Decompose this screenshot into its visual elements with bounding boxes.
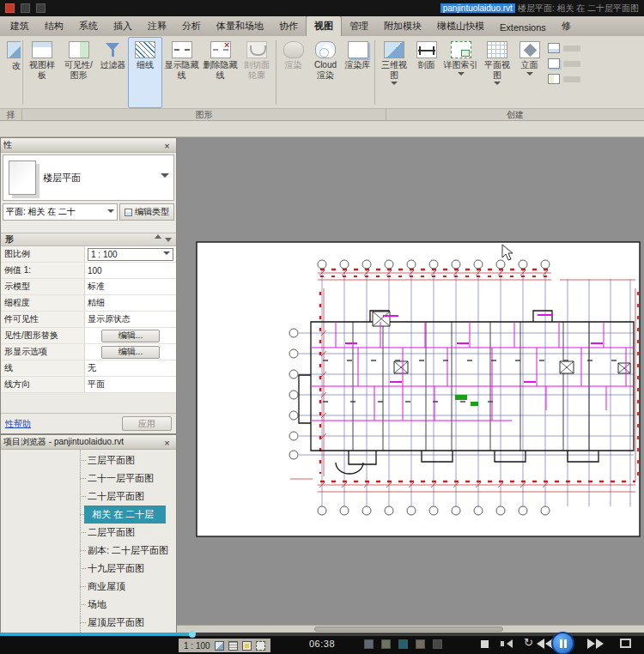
tree-item[interactable]: 商业屋顶 xyxy=(1,578,176,596)
scale-combo[interactable]: 1 : 100 xyxy=(88,248,173,261)
crop-region-icon[interactable] xyxy=(381,639,391,649)
thin-lines-button[interactable]: 细线 xyxy=(128,37,162,108)
show-hidden-lines-button[interactable]: 显示隐藏线 xyxy=(162,37,201,108)
tab-addins[interactable]: 附加模块 xyxy=(376,16,429,36)
tab-analyze[interactable]: 分析 xyxy=(174,16,209,36)
video-progress-track[interactable] xyxy=(0,633,644,636)
scale-indicator[interactable]: 1 : 100 xyxy=(184,641,210,651)
tree-item[interactable]: 二十一层平面图 xyxy=(1,469,176,487)
close-icon[interactable]: × xyxy=(161,437,173,448)
fast-forward-button[interactable] xyxy=(587,639,604,649)
graphics-panel-label[interactable]: 图形 xyxy=(22,109,386,120)
property-value[interactable]: 无 xyxy=(85,360,176,376)
tree-item[interactable]: 副本: 二十层平面图 xyxy=(1,542,176,560)
video-progress-handle[interactable] xyxy=(189,631,196,638)
elevation-button[interactable]: 立面 xyxy=(514,37,544,108)
property-value[interactable]: 平面 xyxy=(85,377,176,392)
type-selector[interactable]: 楼层平面 xyxy=(3,154,174,201)
fullscreen-icon[interactable] xyxy=(620,639,631,648)
tree-item[interactable]: 二层平面图 xyxy=(1,524,176,542)
modify-button-clipped[interactable]: 改 xyxy=(0,37,21,108)
tree-item-selected[interactable]: 相关 在 二十层 xyxy=(1,506,176,524)
view-template-button[interactable]: 视图样板 xyxy=(25,37,59,108)
property-value[interactable]: 精细 xyxy=(85,295,176,311)
render-gallery-button[interactable]: 渲染库 xyxy=(343,37,373,108)
crop-view-icon[interactable] xyxy=(256,641,265,651)
detail-level-icon[interactable] xyxy=(228,641,238,651)
sun-path-icon[interactable] xyxy=(242,641,252,651)
edit-button[interactable]: 编辑... xyxy=(101,330,160,342)
graphics-group-header[interactable]: 形 xyxy=(1,233,176,246)
tab-insert[interactable]: 插入 xyxy=(106,16,140,36)
app-logo-icon xyxy=(5,3,15,13)
ribbon-panel-labels: 择 图形 创建 xyxy=(0,108,644,121)
view-template-icon xyxy=(32,41,52,58)
3d-view-button[interactable]: 三维视图 xyxy=(377,37,411,108)
tree-item[interactable]: 屋顶层平面图 xyxy=(1,614,176,632)
visibility-graphics-button[interactable]: 可见性/图形 xyxy=(59,37,98,108)
view-name: 楼层平面: 相关 在 二十层平面图 xyxy=(515,3,639,15)
floor-plan-type-icon xyxy=(9,160,36,195)
window-icon[interactable] xyxy=(36,3,46,13)
duplicate-view-button[interactable] xyxy=(544,58,586,70)
analysis-display-icon[interactable] xyxy=(433,639,442,649)
chevron-down-icon[interactable] xyxy=(165,238,172,245)
pause-button[interactable] xyxy=(551,632,574,654)
chevron-up-icon[interactable] xyxy=(155,233,161,239)
tree-item[interactable]: 场地 xyxy=(1,596,176,614)
tab-manage[interactable]: 管理 xyxy=(342,16,376,36)
remove-hidden-lines-button[interactable]: 删除隐藏线 xyxy=(201,37,240,108)
property-row-display-options: 形显示选项 编辑... xyxy=(1,344,176,360)
volume-icon[interactable] xyxy=(501,639,513,648)
drafting-view-button[interactable] xyxy=(544,42,586,54)
drawing-area[interactable] xyxy=(177,137,644,625)
floor-plan-drawing[interactable] xyxy=(177,137,644,625)
chevron-down-icon[interactable] xyxy=(161,173,169,182)
create-panel-label[interactable]: 创建 xyxy=(386,109,644,120)
reveal-hidden-icon[interactable] xyxy=(416,639,425,649)
show-hidden-lines-icon xyxy=(172,41,192,58)
tree-item[interactable]: 三层平面图 xyxy=(1,451,176,469)
properties-help-link[interactable]: 性帮助 xyxy=(5,418,31,430)
tab-massing-site[interactable]: 体量和场地 xyxy=(209,16,271,36)
section-button[interactable]: 剖面 xyxy=(411,37,441,108)
close-icon[interactable]: × xyxy=(161,140,173,151)
tab-systems[interactable]: 系统 xyxy=(71,16,106,36)
tab-modify[interactable]: 修 xyxy=(554,16,579,36)
property-value[interactable]: 显示原状态 xyxy=(85,312,176,327)
select-panel-label: 择 xyxy=(0,109,22,120)
plan-view-button[interactable]: 平面视图 xyxy=(480,37,514,108)
stop-button[interactable] xyxy=(481,640,489,648)
temporary-hide-icon[interactable] xyxy=(398,639,408,649)
filters-button[interactable]: 过滤器 xyxy=(98,37,128,108)
canvas-horizontal-scrollbar[interactable] xyxy=(177,625,644,633)
edit-type-button[interactable]: 编辑类型 xyxy=(119,203,174,221)
property-value[interactable]: 100 xyxy=(85,263,176,278)
cloud-render-button[interactable]: Cloud 渲染 xyxy=(308,37,343,108)
tab-structure[interactable]: 结构 xyxy=(37,16,71,36)
tree-item[interactable]: 二十层平面图 xyxy=(1,487,176,506)
scrollbar-thumb[interactable] xyxy=(314,627,503,632)
property-value[interactable]: 标准 xyxy=(85,279,176,294)
edit-button[interactable]: 编辑... xyxy=(101,346,160,359)
tab-architecture[interactable]: 建筑 xyxy=(3,16,37,36)
replay-icon[interactable] xyxy=(524,636,533,649)
callout-button[interactable]: 详图索引 xyxy=(441,37,480,108)
tab-view[interactable]: 视图 xyxy=(306,16,342,36)
apply-button[interactable]: 应用 xyxy=(122,416,172,431)
properties-caption[interactable]: 性 × xyxy=(1,138,176,153)
project-browser-caption[interactable]: 项目浏览器 - panjintuolaiduo.rvt × xyxy=(1,435,176,450)
menu-icon[interactable] xyxy=(21,3,30,13)
tree-item[interactable]: 十九层平面图 xyxy=(1,560,176,578)
tab-glodon[interactable]: 橄榄山快模 xyxy=(429,16,492,36)
tab-collaborate[interactable]: 协作 xyxy=(271,16,306,36)
tab-extensions[interactable]: Extensions xyxy=(492,19,554,36)
shadows-icon[interactable] xyxy=(364,639,374,649)
property-value[interactable]: 1 : 100 xyxy=(85,246,176,262)
group-collapse-icons[interactable] xyxy=(151,234,172,245)
visual-style-icon[interactable] xyxy=(215,641,224,651)
legends-button[interactable] xyxy=(544,73,586,85)
instance-selector[interactable]: 平面: 相关 在 二十 xyxy=(3,203,118,221)
filter-funnel-icon xyxy=(103,41,124,58)
tab-annotate[interactable]: 注释 xyxy=(140,16,174,36)
